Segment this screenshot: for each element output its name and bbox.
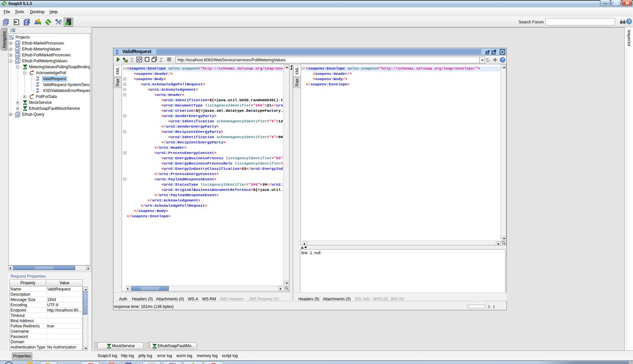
svg-text:?: ? xyxy=(628,19,630,23)
svg-text:?: ? xyxy=(501,58,503,62)
